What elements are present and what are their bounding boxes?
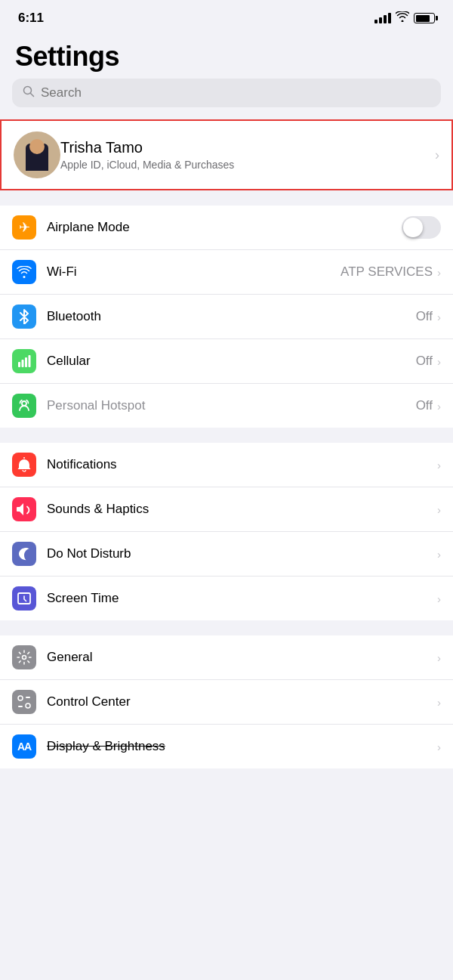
cellular-icon [12,349,36,373]
wifi-label: Wi-Fi [47,264,341,280]
notifications-icon [12,453,36,477]
notifications-label: Notifications [47,457,437,472]
wifi-status-icon [396,11,409,25]
do-not-disturb-row[interactable]: Do Not Disturb › [0,531,453,576]
notifications-section: Notifications › Sounds & Haptics › Do No… [0,443,453,620]
personal-hotspot-value: Off [416,398,433,413]
battery-icon [414,13,435,23]
page-title-section: Settings [0,32,453,79]
control-center-label: Control Center [47,694,437,709]
cellular-row[interactable]: Cellular Off › [0,339,453,383]
svg-rect-12 [18,706,23,707]
control-center-chevron: › [437,696,441,709]
profile-row[interactable]: Trisha Tamo Apple ID, iCloud, Media & Pu… [0,119,453,190]
bluetooth-icon [12,305,36,329]
airplane-mode-icon: ✈ [12,215,36,240]
wifi-value: ATP SERVICES [341,264,433,280]
general-chevron: › [437,651,441,664]
signal-icon [374,13,391,23]
notifications-chevron: › [437,459,441,471]
screen-time-label: Screen Time [47,591,437,606]
profile-name: Trisha Tamo [60,139,435,156]
sounds-icon [12,497,36,521]
display-brightness-chevron: › [437,740,441,753]
general-section: General › Control Center › AA Display & … [0,635,453,768]
do-not-disturb-label: Do Not Disturb [47,546,437,561]
cellular-label: Cellular [47,354,416,369]
profile-subtitle: Apple ID, iCloud, Media & Purchases [60,159,435,171]
sounds-label: Sounds & Haptics [47,502,437,517]
general-icon [12,645,36,669]
wifi-row[interactable]: Wi-Fi ATP SERVICES › [0,249,453,294]
cellular-chevron: › [437,355,441,368]
general-label: General [47,650,437,665]
svg-rect-2 [18,362,20,367]
svg-rect-4 [25,357,27,367]
display-brightness-label: Display & Brightness [47,739,437,754]
status-icons [374,11,435,25]
airplane-mode-row[interactable]: ✈ Airplane Mode [0,206,453,249]
toggle-knob [403,218,423,237]
personal-hotspot-chevron: › [437,400,441,413]
svg-rect-3 [22,360,24,367]
search-icon [23,85,35,100]
screen-time-row[interactable]: Screen Time › [0,576,453,620]
bluetooth-row[interactable]: Bluetooth Off › [0,294,453,339]
bluetooth-value: Off [416,309,433,324]
connectivity-section: ✈ Airplane Mode Wi-Fi ATP SERVICES › Blu… [0,206,453,428]
svg-point-10 [26,703,30,708]
profile-chevron: › [435,147,439,163]
svg-rect-5 [29,355,31,367]
status-bar: 6:11 [0,0,453,32]
display-brightness-icon: AA [12,734,36,759]
status-time: 6:11 [18,11,44,26]
svg-point-8 [23,656,26,660]
sounds-haptics-row[interactable]: Sounds & Haptics › [0,487,453,531]
do-not-disturb-icon [12,542,36,566]
sounds-chevron: › [437,503,441,516]
avatar [14,131,60,178]
do-not-disturb-chevron: › [437,548,441,561]
svg-point-9 [18,696,23,700]
svg-line-1 [31,94,34,97]
notifications-row[interactable]: Notifications › [0,443,453,487]
search-input[interactable] [41,85,430,100]
wifi-chevron: › [437,266,441,279]
screen-time-chevron: › [437,592,441,605]
search-bar[interactable] [12,79,441,107]
screen-time-icon [12,586,36,611]
profile-info: Trisha Tamo Apple ID, iCloud, Media & Pu… [60,139,435,171]
control-center-icon [12,690,36,714]
svg-point-6 [22,401,26,406]
cellular-value: Off [416,354,433,369]
personal-hotspot-row[interactable]: Personal Hotspot Off › [0,383,453,428]
display-brightness-row[interactable]: AA Display & Brightness › [0,724,453,768]
general-row[interactable]: General › [0,635,453,679]
airplane-mode-label: Airplane Mode [47,220,402,235]
personal-hotspot-label: Personal Hotspot [47,398,416,413]
wifi-icon [12,260,36,284]
bluetooth-label: Bluetooth [47,309,416,324]
personal-hotspot-icon [12,394,36,418]
page-title: Settings [15,41,438,73]
bluetooth-chevron: › [437,311,441,323]
control-center-row[interactable]: Control Center › [0,679,453,724]
svg-rect-11 [26,697,30,698]
airplane-mode-toggle[interactable] [402,216,441,239]
